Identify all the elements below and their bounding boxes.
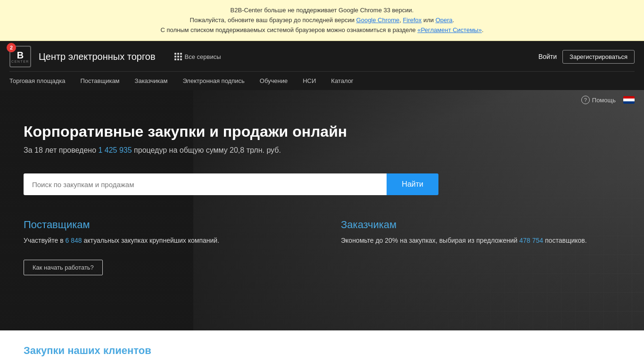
logo-link[interactable]: 2 B CENTER Центр электронных торгов (9, 46, 156, 67)
services-label: Все сервисы (185, 53, 221, 60)
regulations-link[interactable]: «Регламент Системы» (417, 26, 481, 33)
nav-nsi[interactable]: НСИ (295, 72, 323, 90)
hero-section: ? Помощь Корпоративные закупки и продажи… (0, 90, 644, 330)
logo-b-letter: B (17, 50, 24, 60)
hero-content: Корпоративные закупки и продажи онлайн З… (0, 90, 644, 330)
nav-catalog[interactable]: Каталог (323, 72, 361, 90)
nav-suppliers[interactable]: Поставщикам (73, 72, 127, 90)
firefox-link[interactable]: Firefox (403, 16, 422, 24)
notification-line2: Пожалуйста, обновите ваш браузер до посл… (9, 16, 635, 25)
nav-trading[interactable]: Торговая площадка (9, 72, 73, 90)
grid-icon (174, 53, 182, 60)
opera-link[interactable]: Opera (436, 16, 453, 24)
hero-procedure-count: 1 425 935 (98, 146, 132, 154)
suppliers-text: Участвуйте в 6 848 актуальных закупках к… (24, 236, 303, 246)
main-nav: Торговая площадка Поставщикам Заказчикам… (9, 72, 635, 90)
notification-banner: B2B-Center больше не поддерживает Google… (0, 0, 644, 41)
hero-subtitle: За 18 лет проведено 1 425 935 процедур н… (24, 146, 620, 155)
help-bar: ? Помощь (572, 90, 644, 110)
suppliers-title[interactable]: Поставщикам (24, 219, 303, 231)
auth-area: Войти Зарегистрироваться (538, 50, 635, 64)
language-flag[interactable] (623, 96, 635, 104)
notification-line3: С полным списком поддерживаемых системой… (9, 25, 635, 35)
suppliers-cta-button[interactable]: Как начать работать? (24, 260, 103, 275)
logo: 2 B CENTER (9, 46, 31, 67)
suppliers-column: Поставщикам Участвуйте в 6 848 актуальны… (24, 219, 303, 275)
hero-title: Корпоративные закупки и продажи онлайн (24, 123, 620, 140)
search-input[interactable] (24, 173, 387, 195)
search-button[interactable]: Найти (387, 173, 438, 195)
customers-text: Экономьте до 20% на закупках, выбирая из… (341, 236, 620, 246)
suppliers-count: 6 848 (66, 237, 82, 244)
chrome-link[interactable]: Google Chrome (356, 16, 400, 24)
help-icon: ? (581, 96, 590, 104)
customers-column: Заказчикам Экономьте до 20% на закупках,… (341, 219, 620, 275)
login-button[interactable]: Войти (538, 53, 557, 60)
help-label: Помощь (592, 97, 616, 104)
clients-section-title: Закупки наших клиентов (0, 330, 644, 362)
nav-learning[interactable]: Обучение (252, 72, 295, 90)
notification-line1: B2B-Center больше не поддерживает Google… (9, 6, 635, 16)
site-title: Центр электронных торгов (39, 51, 156, 62)
logo-box: 2 B CENTER (9, 46, 31, 67)
customers-count: 478 754 (520, 237, 544, 244)
search-bar: Найти (24, 173, 438, 195)
logo-badge: 2 (7, 43, 16, 52)
all-services-link[interactable]: Все сервисы (174, 53, 221, 60)
bottom-section: Закупки наших клиентов (0, 330, 644, 362)
help-link[interactable]: ? Помощь (581, 96, 616, 104)
hero-columns: Поставщикам Участвуйте в 6 848 актуальны… (24, 219, 620, 275)
logo-center-text: CENTER (11, 60, 29, 63)
nav-customers[interactable]: Заказчикам (127, 72, 175, 90)
customers-title[interactable]: Заказчикам (341, 219, 620, 231)
nav-esign[interactable]: Электронная подпись (175, 72, 252, 90)
header: 2 B CENTER Центр электронных торгов Все … (0, 41, 644, 90)
register-button[interactable]: Зарегистрироваться (562, 50, 635, 64)
